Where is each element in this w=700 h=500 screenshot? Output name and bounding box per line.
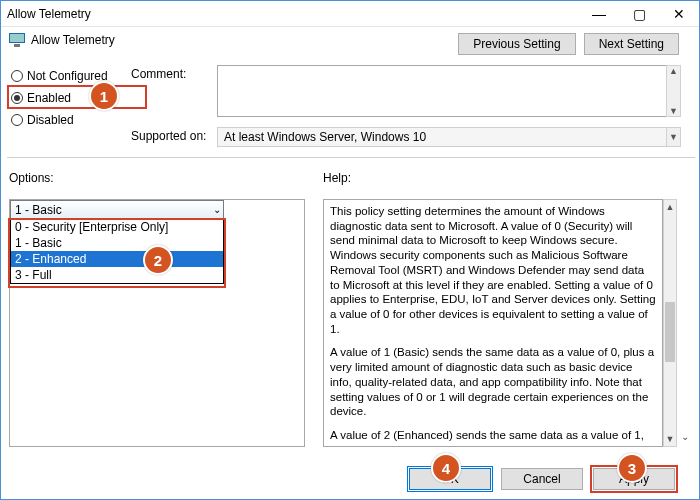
comment-label: Comment: bbox=[131, 67, 186, 81]
combo-selected-text: 1 - Basic bbox=[15, 203, 62, 217]
next-setting-button[interactable]: Next Setting bbox=[584, 33, 679, 55]
help-text-p2: A value of 1 (Basic) sends the same data… bbox=[330, 345, 656, 419]
expand-chevron-icon[interactable]: ⌄ bbox=[681, 431, 689, 442]
combo-option-1[interactable]: 1 - Basic bbox=[11, 235, 223, 251]
telemetry-level-combo: 1 - Basic ⌄ 0 - Security [Enterprise Onl… bbox=[10, 200, 224, 284]
state-radio-group: Not Configured Enabled Disabled bbox=[11, 65, 108, 131]
chevron-down-icon: ⌄ bbox=[213, 204, 221, 215]
supported-scroll-down[interactable]: ▼ bbox=[666, 127, 681, 147]
close-button[interactable]: ✕ bbox=[659, 1, 699, 26]
comment-scrollbar[interactable]: ▲▼ bbox=[666, 65, 681, 117]
radio-icon bbox=[11, 114, 23, 126]
ok-button[interactable]: OK bbox=[409, 468, 491, 490]
apply-button[interactable]: Apply bbox=[593, 468, 675, 490]
radio-label: Disabled bbox=[27, 113, 74, 127]
combo-dropdown-list: 0 - Security [Enterprise Only] 1 - Basic… bbox=[10, 218, 224, 284]
help-label: Help: bbox=[323, 171, 351, 185]
options-label: Options: bbox=[9, 171, 54, 185]
help-text-p3: A value of 2 (Enhanced) sends the same d… bbox=[330, 428, 656, 447]
combo-option-2[interactable]: 2 - Enhanced bbox=[11, 251, 223, 267]
dialog-footer: OK Cancel Apply bbox=[1, 459, 699, 499]
scroll-thumb[interactable] bbox=[665, 302, 675, 362]
radio-enabled[interactable]: Enabled bbox=[11, 87, 108, 109]
policy-icon bbox=[9, 33, 25, 47]
radio-not-configured[interactable]: Not Configured bbox=[11, 65, 108, 87]
nav-buttons: Previous Setting Next Setting bbox=[458, 33, 679, 55]
scroll-down-icon[interactable]: ▼ bbox=[666, 432, 675, 446]
radio-label: Enabled bbox=[27, 91, 71, 105]
options-panel: 1 - Basic ⌄ 0 - Security [Enterprise Onl… bbox=[9, 199, 305, 447]
maximize-button[interactable]: ▢ bbox=[619, 1, 659, 26]
policy-editor-window: Allow Telemetry ― ▢ ✕ Allow Telemetry Pr… bbox=[0, 0, 700, 500]
window-title: Allow Telemetry bbox=[7, 7, 91, 21]
divider bbox=[7, 157, 695, 158]
policy-subtitle: Allow Telemetry bbox=[31, 33, 115, 47]
combo-option-3[interactable]: 3 - Full bbox=[11, 267, 223, 283]
radio-icon bbox=[11, 70, 23, 82]
scroll-up-icon[interactable]: ▲ bbox=[666, 200, 675, 214]
minimize-button[interactable]: ― bbox=[579, 1, 619, 26]
comment-textarea[interactable] bbox=[217, 65, 677, 117]
combo-selected[interactable]: 1 - Basic ⌄ bbox=[10, 200, 224, 219]
radio-icon bbox=[11, 92, 23, 104]
radio-label: Not Configured bbox=[27, 69, 108, 83]
titlebar: Allow Telemetry ― ▢ ✕ bbox=[1, 1, 699, 27]
supported-on-label: Supported on: bbox=[131, 129, 206, 143]
radio-disabled[interactable]: Disabled bbox=[11, 109, 108, 131]
combo-option-0[interactable]: 0 - Security [Enterprise Only] bbox=[11, 219, 223, 235]
help-text-p1: This policy setting determines the amoun… bbox=[330, 204, 656, 336]
window-controls: ― ▢ ✕ bbox=[579, 1, 699, 26]
supported-on-value: At least Windows Server, Windows 10 bbox=[217, 127, 677, 147]
help-scrollbar[interactable]: ▲ ▼ bbox=[663, 199, 677, 447]
help-panel: This policy setting determines the amoun… bbox=[323, 199, 663, 447]
previous-setting-button[interactable]: Previous Setting bbox=[458, 33, 575, 55]
cancel-button[interactable]: Cancel bbox=[501, 468, 583, 490]
